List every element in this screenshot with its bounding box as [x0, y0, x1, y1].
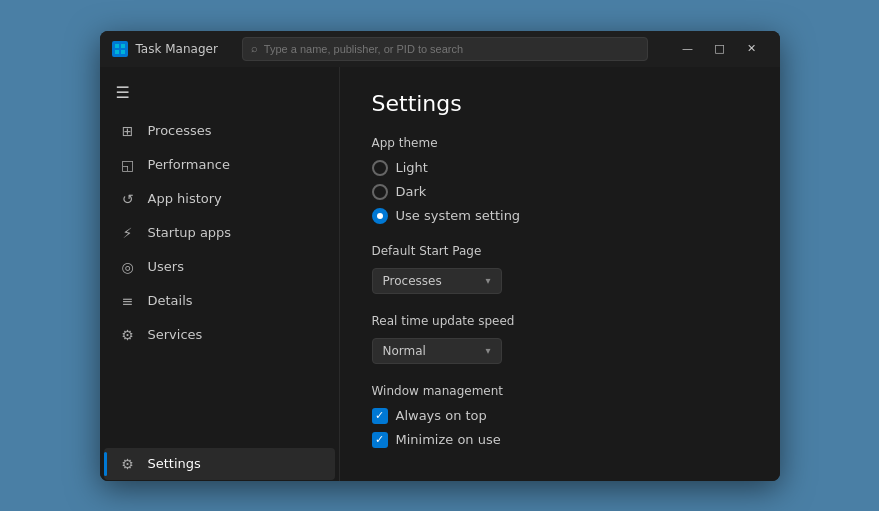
- startup-apps-icon: ⚡: [120, 225, 136, 241]
- svg-rect-2: [115, 50, 119, 54]
- sidebar-label-performance: Performance: [148, 157, 230, 172]
- performance-icon: ◱: [120, 157, 136, 173]
- app-logo: [112, 41, 128, 57]
- sidebar-item-startup-apps[interactable]: ⚡ Startup apps: [104, 217, 335, 249]
- sidebar-item-users[interactable]: ◎ Users: [104, 251, 335, 283]
- sidebar: ☰ ⊞ Processes ◱ Performance ↺ App histor…: [100, 67, 340, 481]
- theme-system-label: Use system setting: [396, 208, 521, 223]
- close-button[interactable]: ✕: [736, 37, 768, 61]
- theme-system-option[interactable]: Use system setting: [372, 208, 748, 224]
- sidebar-label-details: Details: [148, 293, 193, 308]
- theme-dark-radio[interactable]: [372, 184, 388, 200]
- default-start-page-dropdown[interactable]: Processes ▾: [372, 268, 502, 294]
- real-time-update-label: Real time update speed: [372, 314, 748, 328]
- main-area: ☰ ⊞ Processes ◱ Performance ↺ App histor…: [100, 67, 780, 481]
- search-icon: ⌕: [251, 42, 258, 55]
- sidebar-label-users: Users: [148, 259, 184, 274]
- window-management-label: Window management: [372, 384, 748, 398]
- theme-dark-label: Dark: [396, 184, 427, 199]
- theme-radio-group: Light Dark Use system setting: [372, 160, 748, 224]
- theme-system-radio[interactable]: [372, 208, 388, 224]
- default-start-page-value: Processes: [383, 274, 480, 288]
- search-input[interactable]: [264, 43, 639, 55]
- app-theme-label: App theme: [372, 136, 748, 150]
- theme-light-option[interactable]: Light: [372, 160, 748, 176]
- maximize-button[interactable]: □: [704, 37, 736, 61]
- window-title: Task Manager: [136, 42, 218, 56]
- search-bar[interactable]: ⌕: [242, 37, 648, 61]
- settings-content: Settings App theme Light Dark Use syst: [340, 67, 780, 481]
- sidebar-item-processes[interactable]: ⊞ Processes: [104, 115, 335, 147]
- titlebar: Task Manager ⌕ — □ ✕: [100, 31, 780, 67]
- hamburger-menu[interactable]: ☰: [100, 75, 339, 110]
- sidebar-item-performance[interactable]: ◱ Performance: [104, 149, 335, 181]
- window-controls: — □ ✕: [672, 37, 768, 61]
- minimize-on-use-checkbox[interactable]: [372, 432, 388, 448]
- window-management-section: Window management Always on top Minimize…: [372, 384, 748, 448]
- sidebar-label-startup-apps: Startup apps: [148, 225, 232, 240]
- real-time-update-value: Normal: [383, 344, 480, 358]
- users-icon: ◎: [120, 259, 136, 275]
- app-theme-section: App theme Light Dark Use system setting: [372, 136, 748, 224]
- sidebar-item-settings[interactable]: ⚙ Settings: [104, 448, 335, 480]
- theme-light-radio[interactable]: [372, 160, 388, 176]
- sidebar-label-settings: Settings: [148, 456, 201, 471]
- always-on-top-label: Always on top: [396, 408, 487, 423]
- settings-icon: ⚙: [120, 456, 136, 472]
- dropdown-arrow-icon: ▾: [485, 275, 490, 286]
- real-time-update-section: Real time update speed Normal ▾: [372, 314, 748, 364]
- always-on-top-item[interactable]: Always on top: [372, 408, 748, 424]
- services-icon: ⚙: [120, 327, 136, 343]
- real-time-update-dropdown[interactable]: Normal ▾: [372, 338, 502, 364]
- default-start-page-section: Default Start Page Processes ▾: [372, 244, 748, 294]
- page-title: Settings: [372, 91, 748, 116]
- sidebar-label-services: Services: [148, 327, 203, 342]
- minimize-on-use-label: Minimize on use: [396, 432, 501, 447]
- svg-rect-3: [121, 50, 125, 54]
- sidebar-item-details[interactable]: ≡ Details: [104, 285, 335, 317]
- sidebar-item-app-history[interactable]: ↺ App history: [104, 183, 335, 215]
- minimize-on-use-item[interactable]: Minimize on use: [372, 432, 748, 448]
- details-icon: ≡: [120, 293, 136, 309]
- minimize-button[interactable]: —: [672, 37, 704, 61]
- always-on-top-checkbox[interactable]: [372, 408, 388, 424]
- theme-light-label: Light: [396, 160, 428, 175]
- theme-dark-option[interactable]: Dark: [372, 184, 748, 200]
- sidebar-item-services[interactable]: ⚙ Services: [104, 319, 335, 351]
- task-manager-window: Task Manager ⌕ — □ ✕ ☰ ⊞ Processes ◱ Per…: [100, 31, 780, 481]
- dropdown-update-arrow-icon: ▾: [485, 345, 490, 356]
- sidebar-label-app-history: App history: [148, 191, 222, 206]
- app-history-icon: ↺: [120, 191, 136, 207]
- svg-rect-1: [121, 44, 125, 48]
- svg-rect-0: [115, 44, 119, 48]
- default-start-page-label: Default Start Page: [372, 244, 748, 258]
- sidebar-label-processes: Processes: [148, 123, 212, 138]
- processes-icon: ⊞: [120, 123, 136, 139]
